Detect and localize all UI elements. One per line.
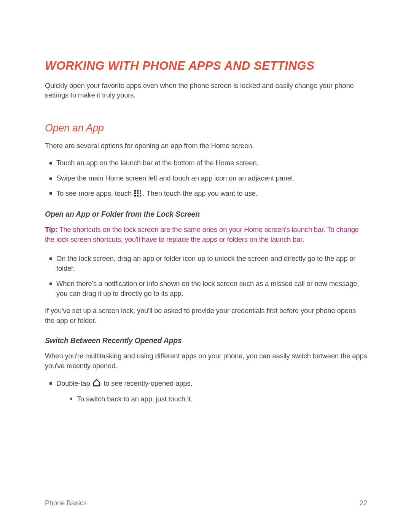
section-lead: There are several options for opening an… [45,141,367,151]
page-title: WORKING WITH PHONE APPS AND SETTINGS [45,59,367,73]
subsection-heading-lock-screen: Open an App or Folder from the Lock Scre… [45,210,367,219]
document-page: WORKING WITH PHONE APPS AND SETTINGS Qui… [0,0,411,404]
svg-rect-6 [134,195,136,197]
sub-bullet-list: To switch back to an app, just touch it. [56,394,367,404]
svg-rect-3 [134,193,136,194]
page-footer: Phone Basics 22 [45,499,367,507]
tip-label: Tip: [45,225,57,233]
svg-rect-5 [140,193,141,194]
list-item: Swipe the main Home screen left and touc… [56,173,367,183]
bullet-list: On the lock screen, drag an app or folde… [45,254,367,299]
list-item: On the lock screen, drag an app or folde… [56,254,367,273]
svg-rect-0 [134,190,136,192]
list-text: To see more apps, touch [56,189,134,197]
list-text: . Then touch the app you want to use. [143,189,258,197]
bullet-list: Double-tap to see recently-opened apps. … [45,379,367,404]
list-text: to see recently-opened apps. [102,379,192,387]
list-item: Touch an app on the launch bar at the bo… [56,158,367,168]
svg-rect-8 [140,195,141,197]
tip-paragraph: Tip: The shortcuts on the lock screen ar… [45,225,367,244]
section-heading-open-app: Open an App [45,122,367,134]
body-paragraph: If you've set up a screen lock, you'll b… [45,306,367,326]
list-text: Double-tap [56,379,92,387]
svg-rect-7 [137,195,139,197]
footer-section-name: Phone Basics [45,499,87,507]
body-paragraph: When you're multitasking and using diffe… [45,351,367,371]
bullet-list: Touch an app on the launch bar at the bo… [45,158,367,199]
home-icon [92,379,101,390]
subsection-heading-recent-apps: Switch Between Recently Opened Apps [45,336,367,345]
intro-paragraph: Quickly open your favorite apps even whe… [45,81,367,100]
footer-page-number: 22 [360,499,367,507]
list-item: To see more apps, touch . Then touch the… [56,189,367,199]
svg-rect-1 [137,190,139,192]
list-item: To switch back to an app, just touch it. [77,394,367,404]
svg-rect-4 [137,193,139,194]
list-item: When there's a notification or info show… [56,279,367,299]
svg-rect-2 [140,190,141,192]
tip-body: The shortcuts on the lock screen are the… [45,225,359,243]
list-item: Double-tap to see recently-opened apps. … [56,379,367,404]
apps-grid-icon [134,189,142,199]
